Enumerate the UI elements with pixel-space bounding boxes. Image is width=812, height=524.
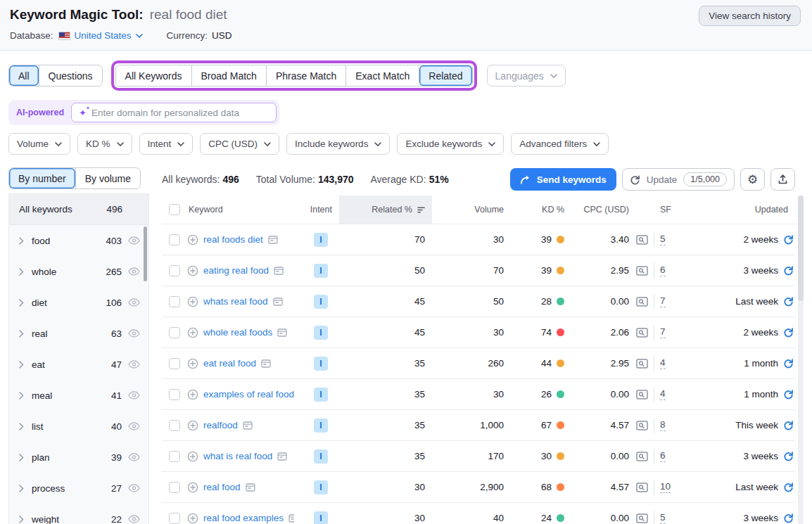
keyword-group-item[interactable]: whole 265	[9, 256, 148, 287]
keyword-link[interactable]: whole real foods	[203, 327, 272, 338]
col-keyword[interactable]: Keyword	[187, 205, 294, 215]
row-checkbox[interactable]	[169, 513, 180, 524]
chevron-right-icon[interactable]	[19, 330, 24, 338]
view-search-history-button[interactable]: View search history	[699, 6, 801, 26]
intent-badge[interactable]: I	[314, 233, 328, 247]
row-checkbox[interactable]	[169, 482, 180, 493]
select-all-checkbox[interactable]	[169, 204, 180, 215]
serp-card-icon[interactable]	[277, 452, 287, 461]
row-checkbox[interactable]	[169, 296, 180, 307]
eye-icon[interactable]	[128, 298, 140, 307]
serp-preview-icon[interactable]	[636, 452, 648, 461]
match-type-tab[interactable]: All Keywords	[116, 65, 191, 86]
filter-dropdown[interactable]: Volume	[8, 133, 70, 155]
serp-card-icon[interactable]	[261, 359, 271, 368]
intent-badge[interactable]: I	[314, 326, 328, 340]
intent-badge[interactable]: I	[314, 388, 328, 402]
serp-card-icon[interactable]	[277, 328, 287, 337]
row-checkbox[interactable]	[169, 234, 180, 245]
send-keywords-button[interactable]: Send keywords	[510, 168, 616, 191]
serp-preview-icon[interactable]	[636, 390, 648, 400]
match-type-tab[interactable]: Broad Match	[191, 65, 266, 86]
sf-count[interactable]: 4	[660, 357, 666, 370]
sf-count[interactable]: 7	[660, 326, 666, 339]
keyword-link[interactable]: real foods diet	[203, 234, 263, 245]
chevron-right-icon[interactable]	[19, 485, 24, 492]
row-checkbox[interactable]	[169, 389, 180, 400]
match-type-tab[interactable]: Related	[419, 65, 471, 86]
chevron-right-icon[interactable]	[19, 237, 24, 245]
col-kd[interactable]: KD %	[511, 205, 571, 215]
serp-preview-icon[interactable]	[636, 359, 648, 369]
sf-count[interactable]: 5	[660, 512, 666, 524]
eye-icon[interactable]	[128, 515, 140, 523]
add-keyword-icon[interactable]	[187, 420, 198, 431]
add-keyword-icon[interactable]	[187, 451, 198, 462]
update-button[interactable]: Update 1/5,000	[622, 168, 735, 191]
col-cpc[interactable]: CPC (USD)	[571, 205, 636, 215]
intent-badge[interactable]: I	[314, 264, 328, 278]
refresh-icon[interactable]	[783, 358, 794, 369]
sf-count[interactable]: 5	[660, 234, 666, 246]
keyword-link[interactable]: what is real food	[203, 451, 272, 461]
eye-icon[interactable]	[128, 391, 140, 400]
add-keyword-icon[interactable]	[187, 327, 198, 338]
serp-preview-icon[interactable]	[636, 297, 648, 307]
refresh-icon[interactable]	[783, 513, 794, 523]
serp-card-icon[interactable]	[243, 421, 253, 430]
keyword-type-tab[interactable]: All	[9, 65, 39, 86]
refresh-icon[interactable]	[783, 265, 794, 276]
chevron-right-icon[interactable]	[19, 516, 24, 523]
filter-dropdown[interactable]: KD %	[77, 133, 132, 155]
col-sf[interactable]: SF	[636, 205, 692, 215]
col-intent[interactable]: Intent	[294, 205, 339, 215]
serp-card-icon[interactable]	[268, 236, 278, 244]
intent-badge[interactable]: I	[314, 511, 328, 524]
table-scrollbar-thumb[interactable]	[798, 196, 804, 301]
sf-count[interactable]: 4	[660, 388, 666, 401]
sort-toggle-tab[interactable]: By number	[9, 168, 75, 188]
add-keyword-icon[interactable]	[187, 234, 198, 245]
serp-card-icon[interactable]	[288, 514, 294, 523]
sort-toggle-tab[interactable]: By volume	[75, 168, 140, 188]
col-related-sorted[interactable]: Related %	[339, 196, 432, 224]
refresh-icon[interactable]	[783, 234, 794, 245]
col-volume[interactable]: Volume	[432, 205, 511, 215]
keyword-link[interactable]: examples of real food	[203, 389, 294, 400]
table-scrollbar[interactable]	[798, 196, 804, 524]
eye-icon[interactable]	[128, 360, 140, 369]
refresh-icon[interactable]	[783, 451, 794, 461]
domain-input[interactable]	[91, 108, 269, 118]
filter-dropdown[interactable]: Exclude keywords	[397, 133, 504, 155]
keyword-link[interactable]: real food examples	[203, 513, 284, 523]
eye-icon[interactable]	[128, 329, 140, 338]
refresh-icon[interactable]	[783, 420, 794, 430]
col-updated[interactable]: Updated	[692, 205, 795, 215]
filter-dropdown[interactable]: Include keywords	[286, 133, 390, 155]
chevron-right-icon[interactable]	[19, 454, 24, 461]
keyword-group-item[interactable]: plan 39	[9, 442, 148, 473]
row-checkbox[interactable]	[169, 265, 180, 276]
serp-card-icon[interactable]	[273, 298, 283, 306]
languages-dropdown[interactable]: Languages	[487, 65, 566, 87]
row-checkbox[interactable]	[169, 451, 180, 462]
eye-icon[interactable]	[128, 236, 140, 245]
filter-dropdown[interactable]: Advanced filters	[511, 133, 609, 155]
chevron-right-icon[interactable]	[19, 361, 24, 369]
match-type-tab[interactable]: Exact Match	[345, 65, 419, 86]
serp-preview-icon[interactable]	[636, 513, 648, 523]
refresh-icon[interactable]	[783, 327, 794, 338]
match-type-tab[interactable]: Phrase Match	[266, 65, 345, 86]
filter-dropdown[interactable]: CPC (USD)	[200, 133, 279, 155]
intent-badge[interactable]: I	[314, 418, 328, 433]
sidebar-scrollbar-thumb[interactable]	[144, 226, 147, 281]
settings-button[interactable]: ⚙	[740, 168, 765, 191]
add-keyword-icon[interactable]	[187, 482, 198, 493]
add-keyword-icon[interactable]	[187, 358, 198, 369]
row-checkbox[interactable]	[169, 420, 180, 431]
add-keyword-icon[interactable]	[187, 265, 198, 276]
keyword-link[interactable]: realfood	[203, 420, 238, 430]
serp-card-icon[interactable]	[246, 483, 255, 492]
row-checkbox[interactable]	[169, 358, 180, 369]
serp-preview-icon[interactable]	[636, 421, 648, 430]
